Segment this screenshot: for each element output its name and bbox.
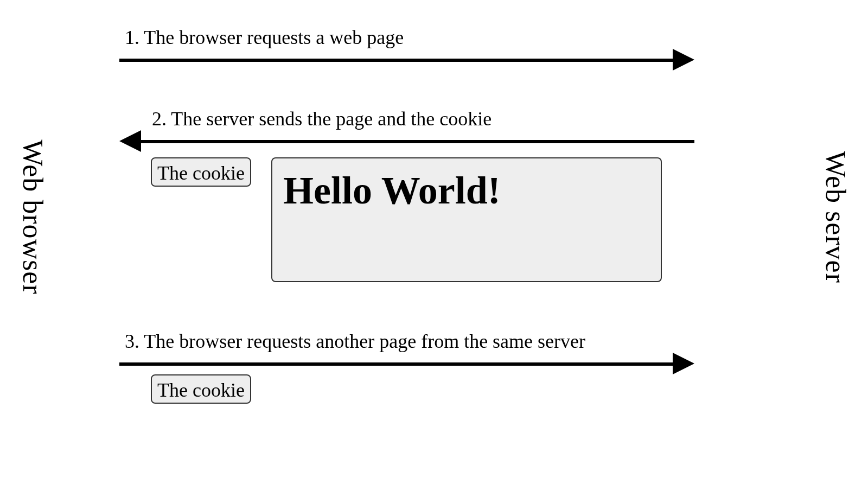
step-3-label: 3. The browser requests another page fro… <box>125 330 585 353</box>
actor-server-label: Web server <box>820 151 852 283</box>
cookie-sequence-diagram: Web browser Web server 1. The browser re… <box>0 0 868 484</box>
cookie-box-step-3: The cookie <box>151 374 251 404</box>
step-2-label: 2. The server sends the page and the coo… <box>152 107 492 130</box>
arrow-step-2: 2. The server sends the page and the coo… <box>119 130 694 152</box>
actor-browser-label: Web browser <box>17 139 49 295</box>
step-1-label: 1. The browser requests a web page <box>125 26 404 49</box>
web-page-box: Hello World! <box>271 157 662 282</box>
cookie-box-step-2: The cookie <box>151 157 251 187</box>
arrow-step-3: 3. The browser requests another page fro… <box>119 353 694 374</box>
arrow-step-1: 1. The browser requests a web page <box>119 49 694 71</box>
web-page-headline: Hello World! <box>272 158 661 213</box>
